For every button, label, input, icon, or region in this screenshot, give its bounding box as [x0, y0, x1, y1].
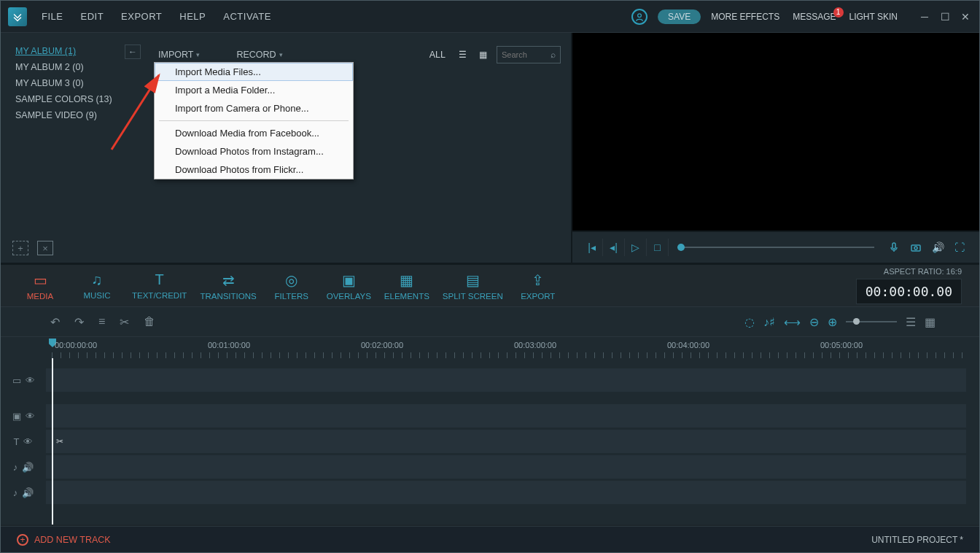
fit-icon[interactable]: ⟷: [784, 315, 801, 329]
ruler-time-0: 00:00:00:00: [55, 341, 97, 349]
record-label: RECORD: [236, 50, 276, 60]
render-icon[interactable]: ◌: [744, 315, 755, 329]
all-filter-label[interactable]: ALL: [429, 50, 446, 60]
eye-icon[interactable]: 👁: [23, 436, 33, 447]
download-instagram-item[interactable]: Download Photos from Instagram...: [155, 142, 353, 161]
play-button[interactable]: ▷: [625, 239, 647, 256]
more-effects-link[interactable]: MORE EFFECTS: [711, 12, 779, 22]
playhead-line[interactable]: [52, 358, 53, 525]
gridview-icon[interactable]: ▦: [925, 315, 936, 329]
zoom-out-icon[interactable]: ⊖: [809, 315, 819, 329]
stop-button[interactable]: □: [647, 239, 669, 256]
overlay-track-icon: ▣: [12, 411, 21, 422]
category-tabs: ▭MEDIA ♫MUSIC TTEXT/CREDIT ⇄TRANSITIONS …: [1, 263, 979, 307]
light-skin-link[interactable]: LIGHT SKIN: [849, 12, 898, 22]
text-track[interactable]: T👁: [1, 430, 979, 453]
tab-media[interactable]: ▭MEDIA: [18, 271, 62, 301]
edit-toolbar: ↶ ↷ ≡ ✂ 🗑 ◌ ♪♯ ⟷ ⊖ ⊕ ☰ ▦: [1, 307, 979, 336]
zoom-slider[interactable]: [846, 321, 897, 322]
video-track-1[interactable]: ▭👁: [1, 368, 979, 392]
download-flickr-item[interactable]: Download Photos from Flickr...: [155, 161, 353, 179]
audio-track-1[interactable]: ♪🔊: [1, 455, 979, 479]
mic-icon[interactable]: [883, 239, 905, 256]
snapshot-icon[interactable]: [905, 239, 927, 256]
caret-down-icon: ▾: [279, 51, 283, 58]
mixer-icon[interactable]: ♪♯: [763, 315, 775, 329]
timeline-ruler[interactable]: 00:00:00:00 00:01:00:00 00:02:00:00 00:0…: [1, 336, 979, 358]
plus-icon: +: [17, 534, 28, 546]
splitscreen-icon: ▤: [466, 271, 480, 289]
save-button[interactable]: SAVE: [658, 9, 701, 24]
undo-icon[interactable]: ↶: [50, 315, 60, 329]
speaker-icon[interactable]: 🔊: [22, 487, 34, 498]
title-bar: FILE EDIT EXPORT HELP ACTIVATE SAVE MORE…: [1, 1, 979, 33]
search-icon: ⌕: [551, 50, 556, 60]
tab-splitscreen[interactable]: ▤SPLIT SCREEN: [443, 271, 503, 301]
maximize-button[interactable]: ☐: [938, 10, 952, 23]
message-label: MESSAGE: [793, 12, 836, 22]
album-item-myalbum2[interactable]: MY ALBUM 2 (0): [15, 62, 133, 72]
tab-overlays[interactable]: ▣OVERLAYS: [327, 271, 371, 301]
menu-activate[interactable]: ACTIVATE: [223, 11, 271, 22]
tab-filters[interactable]: ◎FILTERS: [270, 271, 314, 301]
sidebar-back-button[interactable]: ←: [125, 45, 141, 59]
menu-edit[interactable]: EDIT: [80, 11, 104, 22]
ruler-time-1: 00:01:00:00: [208, 341, 250, 349]
fullscreen-icon[interactable]: ⛶: [949, 239, 971, 256]
tracklist-icon[interactable]: ☰: [906, 315, 916, 329]
tab-music[interactable]: ♫MUSIC: [75, 271, 119, 300]
speaker-icon[interactable]: 🔊: [22, 462, 34, 473]
add-new-track-button[interactable]: + ADD NEW TRACK: [17, 534, 111, 546]
minimize-button[interactable]: ─: [918, 10, 931, 23]
download-facebook-item[interactable]: Download Media from Facebook...: [155, 124, 353, 142]
audio-track-icon: ♪: [13, 462, 18, 473]
elements-icon: ▦: [400, 271, 413, 289]
eye-icon[interactable]: 👁: [26, 411, 35, 422]
list-view-icon[interactable]: ☰: [456, 50, 469, 60]
tab-elements[interactable]: ▦ELEMENTS: [384, 271, 429, 301]
menu-file[interactable]: FILE: [42, 11, 63, 22]
settings-icon[interactable]: ≡: [98, 315, 105, 328]
video-track-2[interactable]: ▣👁: [1, 404, 979, 428]
footer-bar: + ADD NEW TRACK UNTITLED PROJECT *: [1, 526, 979, 552]
preview-slider[interactable]: [677, 247, 874, 248]
add-folder-icon[interactable]: ×: [37, 241, 53, 255]
import-camera-phone-item[interactable]: Import from Camera or Phone...: [155, 99, 353, 117]
album-item-samplevideo[interactable]: SAMPLE VIDEO (9): [15, 110, 133, 120]
album-item-myalbum1[interactable]: MY ALBUM (1): [15, 46, 133, 56]
folder-icon: ▭: [34, 271, 47, 289]
prev-frame-button[interactable]: ◂|: [603, 239, 625, 256]
close-button[interactable]: ✕: [959, 10, 972, 23]
preview-controls: |◂ ◂| ▷ □ 🔊 ⛶: [572, 231, 979, 263]
import-media-files-item[interactable]: Import Media Files...: [155, 63, 353, 81]
search-input[interactable]: [502, 50, 544, 59]
zoom-in-icon[interactable]: ⊕: [828, 315, 837, 329]
user-account-icon[interactable]: [631, 9, 648, 25]
album-item-samplecolors[interactable]: SAMPLE COLORS (13): [15, 94, 133, 104]
menu-help[interactable]: HELP: [179, 11, 206, 22]
message-link[interactable]: MESSAGE 1: [793, 12, 836, 22]
text-track-icon: T: [14, 436, 20, 447]
search-box[interactable]: ⌕: [497, 46, 561, 63]
new-folder-icon[interactable]: +: [12, 241, 28, 255]
import-media-folder-item[interactable]: Import a Media Folder...: [155, 81, 353, 99]
project-name-label: UNTITLED PROJECT *: [871, 535, 963, 545]
timeline-tracks: ✂ ▭👁 ▣👁 T👁 ♪🔊 ♪🔊: [1, 358, 979, 525]
audio-track-2[interactable]: ♪🔊: [1, 481, 979, 504]
eye-icon[interactable]: 👁: [26, 375, 35, 386]
volume-icon[interactable]: 🔊: [927, 239, 949, 256]
redo-icon[interactable]: ↷: [74, 315, 84, 329]
go-start-button[interactable]: |◂: [581, 239, 603, 256]
dropdown-separator: [159, 120, 349, 121]
tab-export[interactable]: ⇪EXPORT: [516, 271, 560, 301]
record-dropdown-button[interactable]: RECORD ▾: [236, 50, 282, 60]
grid-view-icon[interactable]: ▦: [476, 50, 489, 60]
album-sidebar: MY ALBUM (1) MY ALBUM 2 (0) MY ALBUM 3 (…: [1, 33, 148, 263]
menu-export[interactable]: EXPORT: [121, 11, 162, 22]
album-item-myalbum3[interactable]: MY ALBUM 3 (0): [15, 78, 133, 88]
delete-icon[interactable]: 🗑: [144, 315, 155, 328]
cut-icon[interactable]: ✂: [120, 315, 129, 329]
tab-transitions[interactable]: ⇄TRANSITIONS: [200, 271, 256, 301]
tab-text[interactable]: TTEXT/CREDIT: [132, 271, 187, 300]
import-dropdown-button[interactable]: IMPORT ▾: [158, 50, 200, 60]
